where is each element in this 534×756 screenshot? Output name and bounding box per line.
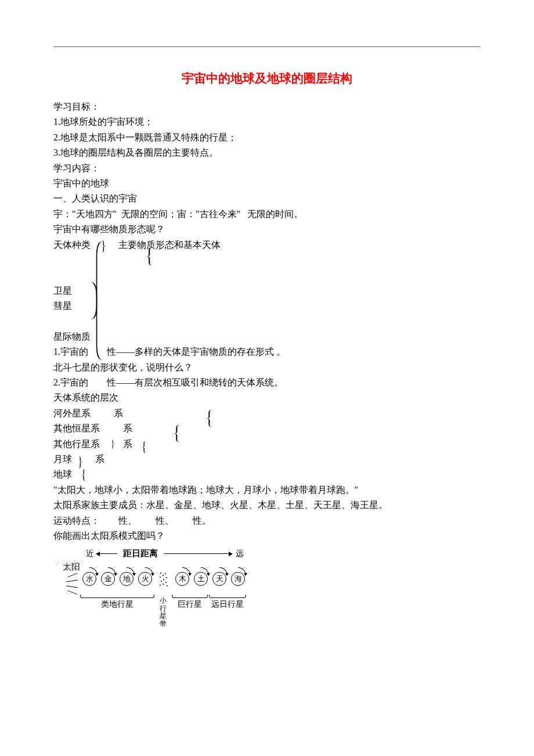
text-line: 1.地球所处的宇宙环境； — [53, 114, 481, 129]
text-line: 宇宙中的地球 — [53, 176, 481, 191]
text-line — [53, 314, 481, 329]
text-line: 学习内容： — [53, 161, 481, 176]
top-rule — [53, 46, 481, 47]
distance-label: 距日距离 — [123, 548, 158, 559]
text-line: 3.地球的圈层结构及各圈层的主要特点。 — [53, 145, 481, 160]
planet-mercury: 水 — [82, 572, 96, 586]
text-line — [53, 253, 481, 268]
far-label: 远 — [236, 549, 244, 559]
text-line — [53, 268, 481, 283]
text-line: 星际物质 — [53, 329, 481, 344]
group-terrestrial: 类地行星 — [80, 596, 154, 610]
text-line: "太阳大，地球小，太阳带着地球跑；地球大，月球小，地球带着月球跑。" — [53, 483, 481, 498]
brace-icon: ︷ — [109, 440, 120, 450]
text-line: 月球 系 — [53, 452, 481, 467]
brace-icon: ⎱ — [89, 279, 104, 357]
planet-neptune: 海 — [231, 572, 245, 586]
solar-system-figure: @正确教育 近 距日距离 远 太阳 水 金 地 火 — [50, 548, 300, 628]
brace-icon: ︸ — [197, 409, 217, 429]
arrow-left-icon — [96, 553, 117, 554]
text-line: 学习目标： — [53, 99, 481, 114]
arrow-right-icon — [164, 553, 232, 554]
group-outer: 远日行星 — [209, 596, 246, 610]
page-title: 宇宙中的地球及地球的圈层结构 — [53, 70, 481, 87]
text-line: 卫星 — [53, 283, 481, 298]
text-line: 天体系统的层次 — [53, 390, 481, 405]
text-line: 其他恒星系 系 — [53, 421, 481, 436]
brace-icon: ︷ — [75, 456, 89, 470]
text-line: 天体种类 主要物质形态和基本天体 — [53, 237, 481, 253]
brace-icon: ︸ — [165, 424, 185, 444]
planet-jupiter: 木 — [175, 572, 189, 586]
text-line: 宇宙中有哪些物质形态呢？ — [53, 222, 481, 237]
planet-mars: 火 — [138, 572, 152, 586]
planet-uranus: 天 — [212, 572, 226, 586]
group-giant: 巨行星 — [172, 596, 208, 610]
text-line: 2.宇宙的 性——有层次相互吸引和绕转的天体系统。 — [53, 375, 481, 390]
text-line: 北斗七星的形状变化，说明什么？ — [53, 360, 481, 375]
text-line: 你能画出太阳系模式图吗？ — [53, 528, 481, 543]
text-line: 一、人类认识的宇宙 — [53, 191, 481, 206]
text-line: 彗星 — [53, 298, 481, 314]
text-line: 太阳系家族主要成员：水星、金星、地球、火星、木星、土星、天王星、海王星。 — [53, 498, 481, 513]
asteroid-label: 小行星带 — [154, 597, 172, 628]
near-label: 近 — [86, 549, 94, 559]
brace-icon: ︸ — [136, 441, 150, 455]
text-line: 运动特点： 性、 性、 性。 — [53, 513, 481, 528]
brace-icon: ︸ — [137, 247, 158, 268]
asteroid-belt — [156, 571, 172, 586]
text-line: 2.地球是太阳系中一颗既普通又特殊的行星； — [53, 130, 481, 145]
planet-saturn: 土 — [194, 572, 208, 586]
planet-venus: 金 — [101, 572, 115, 586]
watermark: @正确教育 — [55, 559, 85, 567]
sun-icon — [67, 573, 79, 596]
text-line: 宇："天地四方" 无限的空间；宙："古往今来" 无限的时间。 — [53, 207, 481, 222]
text-line: 1.宇宙的 性——多样的天体是宇宙物质的存在形式 。 — [53, 344, 481, 359]
text-line: 河外星系 系 — [53, 406, 481, 421]
planet-earth: 地 — [120, 572, 134, 586]
brace-icon: ︸ — [75, 469, 89, 483]
text-line: 地球 — [53, 467, 481, 482]
